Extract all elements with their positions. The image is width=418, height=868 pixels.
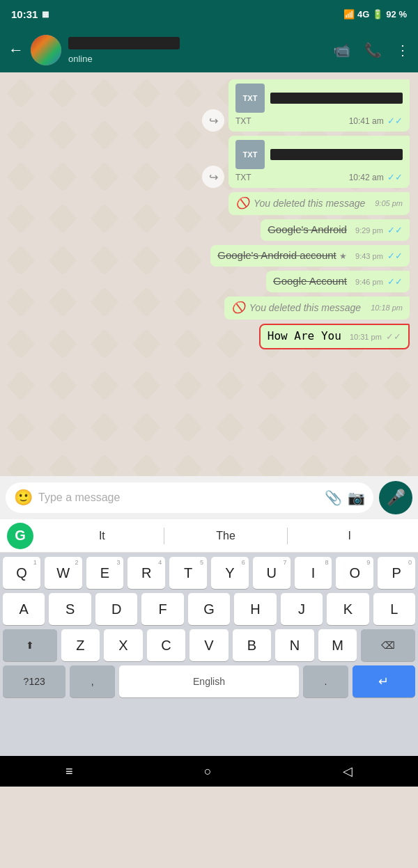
key-e[interactable]: 3E [86, 557, 124, 589]
key-p[interactable]: 0P [378, 557, 415, 589]
message-time: 9:29 pm [355, 226, 383, 235]
mic-button[interactable]: 🎤 [379, 481, 412, 514]
message-input[interactable]: Type a message [38, 491, 319, 504]
message-input-bar: 🙂 Type a message 📎 📷 🎤 [0, 476, 418, 519]
back-button[interactable]: ← [8, 41, 24, 59]
key-l[interactable]: L [373, 593, 415, 625]
emoji-button[interactable]: 🙂 [14, 489, 33, 507]
contact-name [68, 37, 180, 49]
highlighted-message-bubble: How Are You 10:31 pm ✓✓ [259, 324, 410, 349]
key-y[interactable]: 6Y [211, 557, 249, 589]
contact-status: online [68, 54, 326, 64]
space-key[interactable]: English [119, 665, 299, 697]
tick-icon: ✓✓ [387, 225, 403, 235]
key-z[interactable]: Z [61, 629, 100, 661]
message-row: Google's Android 9:29 pm ✓✓ [8, 219, 410, 241]
key-x[interactable]: X [104, 629, 143, 661]
enter-key[interactable]: ↵ [353, 665, 415, 697]
message-row: How Are You 10:31 pm ✓✓ [8, 324, 410, 349]
forward-icon[interactable]: ↪ [202, 109, 224, 132]
key-h[interactable]: H [234, 593, 276, 625]
key-i[interactable]: 8I [295, 557, 332, 589]
key-t[interactable]: 5T [169, 557, 207, 589]
tick-icon: ✓✓ [387, 276, 403, 287]
file-attachment: TXT [235, 140, 403, 169]
message-bubble: 🚫 You deleted this message 9:05 pm [229, 192, 410, 215]
key-o[interactable]: 9O [336, 557, 373, 589]
number-mode-key[interactable]: ?123 [3, 665, 65, 697]
period-key[interactable]: . [303, 665, 348, 697]
nav-menu-button[interactable]: ≡ [65, 764, 73, 779]
key-b[interactable]: B [233, 629, 272, 661]
video-call-button[interactable]: 📹 [333, 42, 350, 58]
message-time: 9:46 pm [355, 278, 383, 286]
key-q[interactable]: 1Q [3, 557, 40, 589]
grammarly-button[interactable]: G [7, 523, 33, 549]
message-bubble: Google's Android 9:29 pm ✓✓ [261, 219, 410, 241]
tick-icon: ✓✓ [387, 251, 403, 261]
deleted-text: You deleted this message [254, 198, 365, 209]
file-name [270, 149, 403, 160]
suggestion-it[interactable]: It [40, 530, 164, 542]
message-time: 10:42 am ✓✓ [349, 172, 403, 182]
message-bubble: 🚫 You deleted this message 10:18 pm [224, 297, 410, 319]
contact-info: online [68, 37, 326, 64]
message-row: 🚫 You deleted this message 9:05 pm [8, 192, 410, 215]
deleted-text: You deleted this message [249, 302, 361, 313]
contact-avatar[interactable] [31, 35, 61, 65]
suggestion-the[interactable]: The [164, 530, 288, 542]
message-time: 9:43 pm [355, 252, 383, 260]
comma-key[interactable]: , [70, 665, 115, 697]
status-right: 📶 4G 🔋 92 % [343, 9, 407, 19]
file-ext-label: TXT [235, 173, 251, 182]
forward-icon[interactable]: ↪ [202, 166, 224, 188]
banned-icon: 🚫 [231, 301, 245, 314]
key-r[interactable]: 4R [127, 557, 165, 589]
file-info: TXT 10:41 am ✓✓ [235, 116, 403, 126]
star-icon: ★ [339, 251, 347, 261]
banned-icon: 🚫 [235, 196, 249, 210]
input-wrapper: 🙂 Type a message 📎 📷 [6, 482, 373, 513]
key-g[interactable]: G [188, 593, 230, 625]
key-d[interactable]: D [95, 593, 137, 625]
file-ext-label: TXT [235, 116, 251, 126]
key-j[interactable]: J [281, 593, 323, 625]
delete-key[interactable]: ⌫ [361, 629, 415, 661]
file-name [270, 93, 403, 104]
signal-bars: 📶 [343, 9, 355, 19]
message-bubble: Google's Android account ★ 9:43 pm ✓✓ [210, 245, 410, 267]
attach-button[interactable]: 📎 [325, 489, 342, 506]
key-k[interactable]: K [327, 593, 369, 625]
suggestion-i[interactable]: I [288, 530, 411, 542]
key-w[interactable]: 2W [45, 557, 82, 589]
network-type: 4G [357, 9, 369, 19]
message-text: Google Account [273, 275, 347, 287]
key-s[interactable]: S [49, 593, 91, 625]
battery-icon: 🔋 [372, 9, 383, 19]
key-a[interactable]: A [3, 593, 45, 625]
key-f[interactable]: F [141, 593, 183, 625]
battery-level: 92 % [386, 9, 407, 19]
keyboard-suggestions: G It The I [0, 519, 418, 553]
key-row-4: ?123 , English . ↵ [3, 665, 415, 697]
nav-back-button[interactable]: ◁ [343, 764, 353, 779]
key-m[interactable]: M [318, 629, 357, 661]
nav-home-button[interactable]: ○ [204, 764, 212, 779]
deleted-message: 🚫 You deleted this message 10:18 pm [231, 301, 403, 314]
file-type-icon: TXT [235, 140, 265, 169]
key-c[interactable]: C [147, 629, 186, 661]
shift-key[interactable]: ⬆ [3, 629, 57, 661]
chat-area: ↪ TXT TXT 10:41 am ✓✓ ↪ TXT TXT 10:42 am… [0, 72, 418, 476]
message-row: Google's Android account ★ 9:43 pm ✓✓ [8, 245, 410, 267]
signal-icon: ▦ [42, 10, 49, 19]
key-n[interactable]: N [275, 629, 314, 661]
message-time: 9:05 pm [375, 199, 403, 207]
file-info: TXT 10:42 am ✓✓ [235, 172, 403, 182]
key-u[interactable]: 7U [253, 557, 291, 589]
deleted-message: 🚫 You deleted this message 9:05 pm [235, 196, 403, 210]
camera-button[interactable]: 📷 [348, 489, 365, 506]
message-row: ↪ TXT TXT 10:42 am ✓✓ [8, 136, 410, 188]
key-v[interactable]: V [189, 629, 229, 661]
voice-call-button[interactable]: 📞 [364, 42, 382, 58]
more-options-button[interactable]: ⋮ [396, 42, 410, 58]
